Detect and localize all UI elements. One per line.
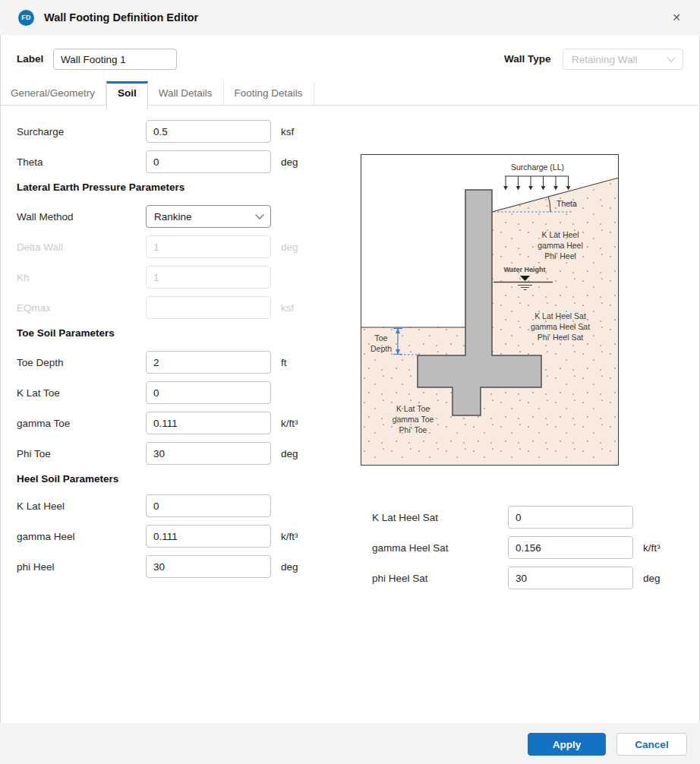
delta-wall-label: Delta Wall [17,242,146,253]
retaining-wall-diagram: Surcharge (LL) Theta K Lat Heel gamma He… [361,154,619,466]
k-lat-toe-row: K Lat Toe [17,381,343,404]
phi-toe-unit: deg [281,448,298,459]
tab-wall-details[interactable]: Wall Details [148,81,224,105]
apply-button[interactable]: Apply [528,733,606,756]
phi-heel-sat-row: phi Heel Sat deg [372,567,691,589]
tab-general-geometry[interactable]: General/Geometry [0,81,106,105]
water-height-label: Water Height [503,266,545,273]
gamma-toe-unit: k/ft³ [281,418,298,429]
gamma-heel-row: gamma Heel k/ft³ [17,525,343,548]
svg-text:Toe: Toe [375,333,388,343]
close-icon[interactable]: ✕ [665,0,688,35]
eqmax-unit: ksf [281,302,294,314]
gamma-heel-sat-label: gamma Heel Sat [372,542,508,554]
tab-bar: General/Geometry Soil Wall Details Footi… [0,81,700,106]
soil-form-left-column: Surcharge ksf Theta deg Lateral Earth Pr… [17,120,343,586]
kh-label: Kh [17,272,146,283]
k-lat-toe-label: K Lat Toe [17,387,146,399]
svg-text:Phi' Heel: Phi' Heel [544,251,576,260]
k-lat-toe-input[interactable] [146,381,271,404]
svg-text:gamma Heel Sat: gamma Heel Sat [531,322,590,331]
svg-text:Phi' Heel Sat: Phi' Heel Sat [538,333,583,342]
title-bar: FD Wall Footing Definition Editor ✕ [0,0,700,35]
surcharge-input[interactable] [146,120,271,143]
gamma-heel-sat-row: gamma Heel Sat k/ft³ [372,536,691,559]
eqmax-label: EQmax [17,302,146,314]
toe-depth-input[interactable] [146,351,271,374]
wall-type-value: Retaining Wall [572,54,638,65]
svg-text:gamma Toe: gamma Toe [393,415,434,424]
kh-input [146,266,271,289]
theta-label: Theta [17,156,146,168]
wall-method-select[interactable]: Rankine [146,205,271,228]
phi-toe-input[interactable] [146,442,271,465]
surcharge-label: Surcharge [17,126,146,137]
label-input[interactable] [53,49,177,70]
tab-footing-details[interactable]: Footing Details [224,81,314,105]
window-title: Wall Footing Definition Editor [44,11,198,24]
delta-wall-unit: deg [281,242,298,253]
heel-soil-labels: K Lat Heel gamma Heel Phi' Heel [538,230,583,260]
footer-bar: Apply Cancel [0,723,700,764]
k-lat-heel-sat-label: K Lat Heel Sat [372,512,508,523]
gamma-toe-label: gamma Toe [17,418,146,429]
k-lat-heel-row: K Lat Heel [17,494,343,517]
delta-wall-row: Delta Wall deg [17,235,343,258]
delta-wall-input [146,235,271,258]
svg-text:Phi' Toe: Phi' Toe [399,425,427,434]
wall-footing-definition-editor-dialog: FD Wall Footing Definition Editor ✕ Labe… [0,0,700,764]
svg-text:K Lat Heel: K Lat Heel [541,230,579,239]
gamma-heel-label: gamma Heel [17,531,146,542]
surcharge-diagram-label: Surcharge (LL) [511,163,564,172]
k-lat-heel-label: K Lat Heel [17,500,146,512]
chevron-down-icon [255,210,263,219]
wall-type-caption: Wall Type [504,49,551,70]
k-lat-heel-input[interactable] [146,494,271,517]
gamma-toe-row: gamma Toe k/ft³ [17,412,343,434]
tab-soil[interactable]: Soil [106,81,148,110]
surcharge-row: Surcharge ksf [17,120,343,143]
cancel-button[interactable]: Cancel [616,733,687,756]
theta-diagram-label: Theta [557,199,577,208]
svg-text:Depth: Depth [370,344,392,353]
soil-form-right-column: K Lat Heel Sat gamma Heel Sat k/ft³ phi … [372,506,691,597]
phi-heel-sat-label: phi Heel Sat [372,573,508,584]
k-lat-heel-sat-row: K Lat Heel Sat [372,506,691,529]
chevron-down-icon [667,53,675,62]
toe-soil-parameters-heading: Toe Soil Parameters [17,327,343,340]
lateral-earth-pressure-heading: Lateral Earth Pressure Parameters [17,181,343,194]
phi-heel-sat-input[interactable] [508,567,633,589]
phi-heel-sat-unit: deg [643,573,661,584]
phi-heel-label: phi Heel [17,561,146,573]
svg-text:gamma Heel: gamma Heel [538,241,583,250]
toe-depth-row: Toe Depth ft [17,351,343,374]
gamma-heel-sat-input[interactable] [508,536,633,559]
surcharge-unit: ksf [281,126,294,137]
theta-input[interactable] [146,150,271,173]
wall-method-label: Wall Method [17,211,146,223]
heel-sat-soil-labels: K Lat Heel Sat gamma Heel Sat Phi' Heel … [531,311,590,342]
phi-toe-label: Phi Toe [17,448,146,459]
phi-toe-row: Phi Toe deg [17,442,343,465]
gamma-heel-input[interactable] [146,525,271,548]
fd-app-icon: FD [18,10,34,26]
eqmax-input [146,296,271,319]
phi-heel-input[interactable] [146,555,271,578]
eqmax-row: EQmax ksf [17,296,343,319]
phi-heel-unit: deg [281,561,298,573]
theta-unit: deg [281,156,298,168]
kh-row: Kh [17,266,343,289]
gamma-toe-input[interactable] [146,412,271,434]
label-caption: Label [17,49,43,70]
gamma-heel-sat-unit: k/ft³ [643,542,661,554]
phi-heel-row: phi Heel deg [17,555,343,578]
toe-depth-unit: ft [281,357,287,368]
wall-method-row: Wall Method Rankine [17,205,343,228]
toe-depth-label: Toe Depth [17,357,146,368]
k-lat-heel-sat-input[interactable] [508,506,633,529]
heel-soil-parameters-heading: Heel Soil Parameters [17,472,343,486]
gamma-heel-unit: k/ft³ [281,531,298,542]
wall-type-select: Retaining Wall [563,49,683,70]
svg-text:K Lat Toe: K Lat Toe [396,404,430,413]
theta-row: Theta deg [17,150,343,173]
